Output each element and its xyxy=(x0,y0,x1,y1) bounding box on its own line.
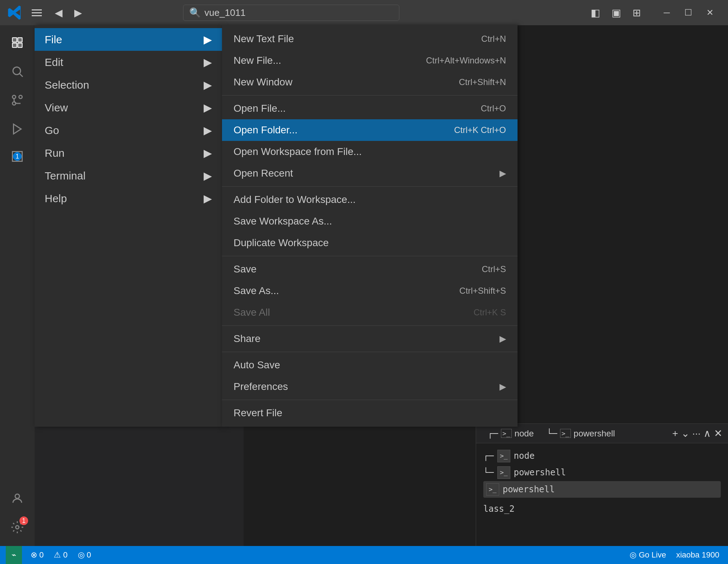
menu-icon[interactable] xyxy=(29,6,45,19)
search-bar[interactable]: 🔍 vue_1011 xyxy=(183,5,399,21)
terminal-label: powershell xyxy=(514,466,566,479)
menu-auto-save[interactable]: Auto Save xyxy=(222,354,518,376)
terminal-shell-icon: >_ xyxy=(560,429,571,438)
statusbar-left: ⊗ 0 ⚠ 0 ◎ 0 xyxy=(28,550,94,560)
menu-item-view[interactable]: View ▶ xyxy=(35,96,222,119)
source-control-icon[interactable] xyxy=(4,87,30,113)
layout1-button[interactable]: ◧ xyxy=(587,5,604,20)
warnings-indicator[interactable]: ⚠ 0 xyxy=(51,550,70,560)
chevron-right-icon: ▶ xyxy=(204,169,212,182)
term-icon: >_ xyxy=(497,450,510,462)
menu-save-all: Save All Ctrl+K S xyxy=(222,302,518,323)
left-menu: File ▶ Edit ▶ Selection ▶ View ▶ Go ▶ Ru… xyxy=(35,25,222,427)
menu-duplicate-workspace[interactable]: Duplicate Workspace xyxy=(222,232,518,254)
terminal-more-button[interactable]: ··· xyxy=(692,428,701,439)
menu-separator xyxy=(222,352,518,352)
vscode-logo-icon xyxy=(7,5,23,21)
menu-revert-file[interactable]: Revert File xyxy=(222,402,518,424)
shortcut-text: Ctrl+K S xyxy=(474,307,506,317)
terminal-tab-powershell1[interactable]: └─ >_ powershell xyxy=(541,426,621,441)
explorer-icon[interactable] xyxy=(4,30,30,55)
menu-new-window[interactable]: New Window Ctrl+Shift+N xyxy=(222,71,518,93)
menu-separator xyxy=(222,400,518,400)
shortcut-text: Ctrl+K Ctrl+O xyxy=(454,125,506,135)
terminal-tab-node[interactable]: ┌─ >_ node xyxy=(482,426,540,441)
menu-item-label: Go xyxy=(45,124,59,137)
terminal-tab-label: powershell xyxy=(574,428,615,439)
menu-save-workspace-as[interactable]: Save Workspace As... xyxy=(222,210,518,232)
terminal-add-button[interactable]: + xyxy=(672,428,678,439)
terminal-maximize-button[interactable]: ∧ xyxy=(703,427,711,439)
menu-label: New Window xyxy=(234,76,292,88)
main-area: 1 1 V TheWelcome.vue V WelcomeItem.vue ▾… xyxy=(0,25,728,546)
close-button[interactable]: ✕ xyxy=(699,4,721,22)
terminal-body: ┌─ >_ node └─ >_ powershell >_ powershel… xyxy=(476,443,728,520)
menu-save[interactable]: Save Ctrl+S xyxy=(222,258,518,280)
menu-overlay: File ▶ Edit ▶ Selection ▶ View ▶ Go ▶ Ru… xyxy=(35,25,518,427)
menu-label: Auto Save xyxy=(234,359,280,371)
search-icon: 🔍 xyxy=(189,7,201,18)
maximize-button[interactable]: ☐ xyxy=(678,4,699,22)
terminal-tabs: ┌─ >_ node └─ >_ powershell xyxy=(482,426,668,441)
remote-icon: ⌁ xyxy=(12,550,16,560)
menu-item-label: Edit xyxy=(45,56,63,68)
shortcut-text: Ctrl+O xyxy=(481,103,506,114)
user-info[interactable]: xiaoba 1900 xyxy=(673,550,722,560)
menu-new-text-file[interactable]: New Text File Ctrl+N xyxy=(222,28,518,50)
search-activity-icon[interactable] xyxy=(4,58,30,84)
menu-label: Share xyxy=(234,333,261,345)
menu-label: Add Folder to Workspace... xyxy=(234,194,356,205)
terminal-item-powershell1[interactable]: └─ >_ powershell xyxy=(483,464,721,481)
menu-item-run[interactable]: Run ▶ xyxy=(35,142,222,164)
settings-icon[interactable]: 1 xyxy=(4,514,30,540)
chevron-right-icon: ▶ xyxy=(204,192,212,205)
menu-preferences[interactable]: Preferences ▶ xyxy=(222,376,518,398)
terminal-split-button[interactable]: ⌄ xyxy=(681,427,689,439)
extensions-icon[interactable]: 1 xyxy=(4,145,30,171)
terminal-close-button[interactable]: ✕ xyxy=(714,427,722,439)
menu-label: Save Workspace As... xyxy=(234,216,332,227)
menu-item-label: Run xyxy=(45,147,65,159)
minimize-button[interactable]: ─ xyxy=(656,4,678,22)
golive-label: Go Live xyxy=(639,550,666,560)
golive-button[interactable]: ◎ Go Live xyxy=(627,550,669,560)
menu-item-label: Terminal xyxy=(45,170,85,182)
menu-item-terminal[interactable]: Terminal ▶ xyxy=(35,164,222,187)
terminal-branch-mid-icon: └─ xyxy=(483,466,494,479)
statusbar: ⌁ ⊗ 0 ⚠ 0 ◎ 0 ◎ Go Live xiaoba 1900 xyxy=(0,546,728,564)
errors-indicator[interactable]: ⊗ 0 xyxy=(28,550,46,560)
svg-point-7 xyxy=(19,96,22,99)
layout3-button[interactable]: ⊞ xyxy=(629,5,644,20)
forward-button[interactable]: ▶ xyxy=(70,5,86,20)
menu-item-selection[interactable]: Selection ▶ xyxy=(35,74,222,96)
menu-open-file[interactable]: Open File... Ctrl+O xyxy=(222,98,518,119)
menu-open-recent[interactable]: Open Recent ▶ xyxy=(222,163,518,184)
menu-item-help[interactable]: Help ▶ xyxy=(35,187,222,210)
terminal-item-node[interactable]: ┌─ >_ node xyxy=(483,448,721,464)
search-text: vue_1011 xyxy=(204,7,245,18)
menu-open-workspace[interactable]: Open Workspace from File... xyxy=(222,141,518,163)
signal-indicator[interactable]: ◎ 0 xyxy=(75,550,94,560)
term-icon: >_ xyxy=(497,466,510,479)
account-icon[interactable] xyxy=(4,485,30,511)
terminal-item-powershell2[interactable]: >_ powershell xyxy=(483,481,721,498)
menu-open-folder[interactable]: Open Folder... Ctrl+K Ctrl+O xyxy=(222,119,518,141)
menu-share[interactable]: Share ▶ xyxy=(222,328,518,350)
run-debug-icon[interactable] xyxy=(4,116,30,142)
terminal-tab-label: node xyxy=(515,428,534,439)
window-controls: ─ ☐ ✕ xyxy=(656,4,721,22)
back-button[interactable]: ◀ xyxy=(50,5,67,20)
menu-item-file[interactable]: File ▶ xyxy=(35,28,222,51)
menu-save-as[interactable]: Save As... Ctrl+Shift+S xyxy=(222,280,518,302)
chevron-right-icon: ▶ xyxy=(204,56,212,68)
menu-new-file[interactable]: New File... Ctrl+Alt+Windows+N xyxy=(222,50,518,71)
layout2-button[interactable]: ▣ xyxy=(608,5,625,20)
terminal-panel: ┌─ >_ node └─ >_ powershell + ⌄ ··· ∧ ✕ xyxy=(476,423,728,546)
menu-item-go[interactable]: Go ▶ xyxy=(35,119,222,142)
menu-add-folder[interactable]: Add Folder to Workspace... xyxy=(222,189,518,210)
remote-indicator[interactable]: ⌁ xyxy=(6,546,22,564)
menu-item-edit[interactable]: Edit ▶ xyxy=(35,51,222,74)
chevron-right-icon: ▶ xyxy=(204,33,212,46)
submenu-arrow-icon: ▶ xyxy=(500,382,506,392)
error-icon: ⊗ xyxy=(31,550,37,560)
